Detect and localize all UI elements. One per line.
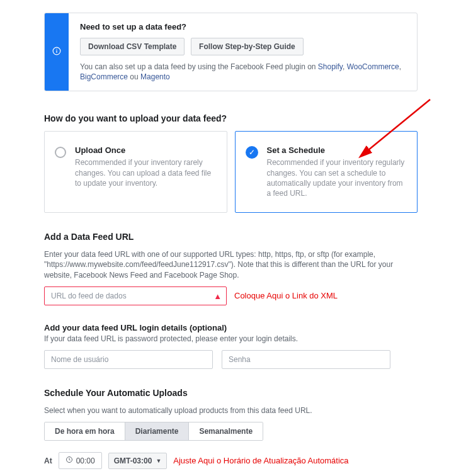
- chevron-down-icon: ▼: [156, 458, 161, 464]
- schedule-title: Schedule Your Automatic Uploads: [44, 388, 418, 398]
- seg-hourly[interactable]: De hora em hora: [45, 422, 125, 440]
- schedule-desc: Select when you want to automatically up…: [44, 405, 418, 416]
- svg-rect-2: [56, 49, 57, 50]
- seg-daily[interactable]: Diariamente: [125, 422, 190, 440]
- feed-url-input-wrap: ▲: [44, 286, 227, 305]
- timezone-value: GMT-03:00: [114, 456, 152, 465]
- upload-once-option[interactable]: Upload Once Recommended if your inventor…: [44, 131, 227, 213]
- download-csv-button[interactable]: Download CSV Template: [80, 38, 185, 55]
- svg-rect-1: [56, 50, 57, 53]
- feed-url-input[interactable]: [44, 286, 227, 305]
- info-bar: [45, 13, 69, 91]
- time-picker[interactable]: 00:00: [59, 452, 102, 469]
- time-value: 00:00: [76, 456, 95, 465]
- feed-url-desc: Enter your data feed URL with one of our…: [44, 249, 418, 280]
- seg-weekly[interactable]: Semanalmente: [189, 422, 263, 440]
- set-schedule-desc: Recommended if your inventory regularly …: [267, 157, 406, 198]
- upload-options: Upload Once Recommended if your inventor…: [44, 131, 418, 213]
- password-input[interactable]: [222, 350, 390, 369]
- set-schedule-title: Set a Schedule: [267, 145, 406, 155]
- shopify-link[interactable]: Shopify: [318, 62, 343, 71]
- info-text: You can also set up a data feed by using…: [80, 62, 406, 82]
- frequency-segmented: De hora em hora Diariamente Semanalmente: [44, 422, 263, 441]
- upload-heading: How do you want to upload your data feed…: [44, 113, 418, 123]
- info-text-prefix: You can also set up a data feed by using…: [80, 62, 318, 71]
- login-title: Add your data feed URL login details (op…: [44, 323, 418, 332]
- upload-once-title: Upload Once: [75, 145, 215, 155]
- info-title: Need to set up a data feed?: [80, 22, 406, 31]
- magento-link[interactable]: Magento: [140, 72, 170, 81]
- woocommerce-link[interactable]: WooCommerce: [347, 62, 399, 71]
- schedule-annotation: Ajuste Aqui o Horário de Atualização Aut…: [173, 456, 348, 465]
- feed-url-title: Add a Data Feed URL: [44, 232, 418, 242]
- username-input[interactable]: [44, 350, 213, 369]
- warning-icon: ▲: [213, 291, 222, 300]
- follow-guide-button[interactable]: Follow Step-by-Step Guide: [191, 38, 304, 55]
- info-box: Need to set up a data feed? Download CSV…: [44, 13, 418, 91]
- info-icon: [52, 47, 61, 57]
- feed-url-annotation: Coloque Aqui o Link do XML: [234, 291, 338, 300]
- info-content: Need to set up a data feed? Download CSV…: [69, 13, 417, 91]
- upload-once-desc: Recommended if your inventory rarely cha…: [75, 157, 215, 188]
- login-desc: If your data feed URL is password protec…: [44, 334, 418, 344]
- timezone-picker[interactable]: GMT-03:00 ▼: [108, 453, 168, 469]
- radio-unchecked-icon: [55, 147, 66, 158]
- radio-checked-icon: ✓: [246, 146, 258, 159]
- set-schedule-option[interactable]: ✓ Set a Schedule Recommended if your inv…: [235, 131, 418, 213]
- bigcommerce-link[interactable]: BigCommerce: [80, 72, 128, 81]
- clock-icon: [65, 456, 73, 465]
- at-label: At: [44, 456, 52, 465]
